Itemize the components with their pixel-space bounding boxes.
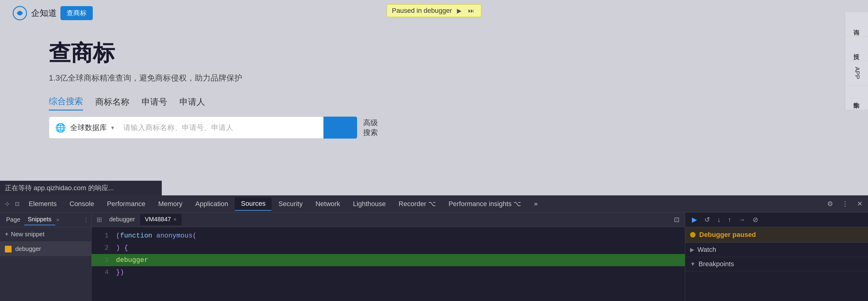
watch-label: Watch <box>698 246 716 254</box>
main-content: 查商标 1.3亿全球商标精准查询，避免商标侵权，助力品牌保护 综合搜索 商标名称… <box>0 26 868 151</box>
snippets-menu-btn[interactable]: ⋮ <box>83 216 89 223</box>
tab-recorder[interactable]: Recorder ⌥ <box>393 198 442 210</box>
tab-more[interactable]: » <box>528 198 544 210</box>
tab-memory[interactable]: Memory <box>152 198 188 210</box>
step-btn[interactable]: → <box>736 215 748 225</box>
snippets-more-btn[interactable]: » <box>57 216 60 223</box>
tab-name[interactable]: 商标名称 <box>95 95 129 111</box>
breakpoints-arrow: ▼ <box>690 261 695 267</box>
device-icon[interactable]: ⊡ <box>12 199 22 209</box>
tab-elements[interactable]: Elements <box>23 198 63 210</box>
line-content-4: }) <box>116 269 124 276</box>
search-submit-btn[interactable] <box>323 117 357 139</box>
search-row: 🌐 全球数据库 ▾ 请输入商标名称、申请号、申请人 高级搜索 <box>49 117 819 139</box>
tab-security[interactable]: Security <box>272 198 309 210</box>
tab-page[interactable]: Page <box>2 214 24 225</box>
paused-text: Debugger paused <box>699 231 756 239</box>
advanced-search[interactable]: 高级搜索 <box>363 118 378 138</box>
debugger-banner: Paused in debugger ▶ ⏭ <box>387 4 481 17</box>
new-snippet-label: New snippet <box>11 231 44 238</box>
logo-icon <box>12 5 28 21</box>
debugger-info-panel: ▶ ↺ ↓ ↑ → ⊘ Debugger paused ▶ Watch ▼ Br… <box>685 212 868 301</box>
tab-network[interactable]: Network <box>309 198 346 210</box>
code-editor-tools: ⊡ <box>671 215 682 225</box>
code-editor-panel: ⊞ debugger VM48847 × ⊡ 1 (function anony… <box>92 212 685 301</box>
sidebar-cart-btn[interactable]: 购物车 <box>845 86 868 110</box>
file-tab-debugger[interactable]: debugger <box>104 214 140 225</box>
sidebar-feedback-btn[interactable]: 反馈 <box>845 37 868 61</box>
search-placeholder[interactable]: 请输入商标名称、申请号、申请人 <box>123 123 317 132</box>
tab-performance[interactable]: Performance <box>101 198 151 210</box>
snippets-panel: Page Snippets » ⋮ + New snippet debugger <box>0 212 92 301</box>
chevron-icon: ▾ <box>111 124 114 131</box>
devtools-right-icons: ⚙ ⋮ ✕ <box>824 199 866 209</box>
tab-snippets[interactable]: Snippets <box>24 214 55 225</box>
debugger-controls: ▶ ↺ ↓ ↑ → ⊘ <box>685 212 868 227</box>
line-num-3: 3 <box>96 257 108 264</box>
line-num-4: 4 <box>96 269 108 276</box>
code-panel-toggle[interactable]: ⊞ <box>94 215 104 225</box>
line-num-1: 1 <box>96 232 108 240</box>
debugger-paused-header: Debugger paused <box>685 227 868 243</box>
resume-button[interactable]: ▶ <box>455 6 463 15</box>
tab-applicant[interactable]: 申请人 <box>180 95 205 111</box>
tab-appno[interactable]: 申请号 <box>142 95 167 111</box>
plus-icon: + <box>5 231 8 238</box>
snippet-item-debugger[interactable]: debugger <box>0 242 91 256</box>
close-devtools-icon[interactable]: ✕ <box>854 199 866 209</box>
step-into-btn[interactable]: ↓ <box>714 215 724 225</box>
sidebar-consult-btn[interactable]: 咨询 <box>845 12 868 37</box>
watch-section[interactable]: ▶ Watch <box>685 243 868 257</box>
brand-button[interactable]: 查商标 <box>60 6 93 20</box>
page-title: 查商标 <box>49 38 819 68</box>
code-line-2: 2 ) { <box>92 242 685 254</box>
paused-dot <box>690 232 695 238</box>
step-over-button[interactable]: ⏭ <box>466 7 476 15</box>
file-tab-vm[interactable]: VM48847 × <box>140 214 182 225</box>
db-label: 全球数据库 <box>70 123 107 132</box>
devtools-body: Page Snippets » ⋮ + New snippet debugger… <box>0 212 868 301</box>
line-content-1: (function anonymous( <box>116 232 196 240</box>
deactivate-breakpoints-btn[interactable]: ⊘ <box>750 215 761 225</box>
tab-perf-insights[interactable]: Performance insights ⌥ <box>442 198 527 210</box>
settings-icon[interactable]: ⚙ <box>824 199 836 209</box>
logo-area: 企知道 查商标 <box>12 5 93 21</box>
code-line-4: 4 }) <box>92 266 685 278</box>
line-content-3: debugger <box>116 257 148 264</box>
code-area[interactable]: 1 (function anonymous( 2 ) { 3 debugger <box>92 227 685 301</box>
sidebar-app-btn[interactable]: APP <box>845 61 868 86</box>
snippet-name: debugger <box>15 245 41 252</box>
code-tabs: ⊞ debugger VM48847 × ⊡ <box>92 212 685 227</box>
search-box: 🌐 全球数据库 ▾ 请输入商标名称、申请号、申请人 <box>49 117 323 139</box>
resume-script-btn[interactable]: ▶ <box>689 215 700 225</box>
page-subtitle: 1.3亿全球商标精准查询，避免商标侵权，助力品牌保护 <box>49 73 819 83</box>
breakpoints-label: Breakpoints <box>699 260 734 268</box>
breakpoints-section[interactable]: ▼ Breakpoints <box>685 257 868 271</box>
search-tabs: 综合搜索 商标名称 申请号 申请人 <box>49 95 819 111</box>
tab-application[interactable]: Application <box>189 198 235 210</box>
status-text: 正在等待 app.qizhidao.com 的响应... <box>5 183 114 192</box>
watch-arrow: ▶ <box>690 246 694 253</box>
step-out-btn[interactable]: ↑ <box>725 215 734 225</box>
tab-console[interactable]: Console <box>63 198 100 210</box>
line-content-2: ) { <box>116 244 128 252</box>
more-options-icon[interactable]: ⋮ <box>839 199 851 209</box>
status-bar: 正在等待 app.qizhidao.com 的响应... <box>0 181 162 195</box>
right-sidebar: 咨询 反馈 APP 购物车 <box>845 12 868 110</box>
tab-lighthouse[interactable]: Lighthouse <box>347 198 392 210</box>
step-over-btn[interactable]: ↺ <box>701 215 713 225</box>
page-content: 企知道 查商标 Paused in debugger ▶ ⏭ 咨询 反馈 APP… <box>0 0 868 195</box>
tab-sources[interactable]: Sources <box>235 197 272 211</box>
close-tab-btn[interactable]: × <box>173 217 177 222</box>
code-line-3: 3 debugger <box>92 254 685 266</box>
debugger-banner-text: Paused in debugger <box>392 7 452 14</box>
collapse-panel-btn[interactable]: ⊡ <box>671 215 682 225</box>
inspect-icon[interactable]: ⊹ <box>2 199 12 209</box>
new-snippet-btn[interactable]: + New snippet <box>0 227 91 242</box>
logo-text: 企知道 <box>31 7 57 19</box>
devtools-panel: ⊹ ⊡ Elements Console Performance Memory … <box>0 195 868 301</box>
tab-comprehensive[interactable]: 综合搜索 <box>49 95 83 111</box>
code-line-1: 1 (function anonymous( <box>92 230 685 242</box>
devtools-tabs: ⊹ ⊡ Elements Console Performance Memory … <box>0 195 868 212</box>
snippets-tabs: Page Snippets » ⋮ <box>0 212 91 227</box>
